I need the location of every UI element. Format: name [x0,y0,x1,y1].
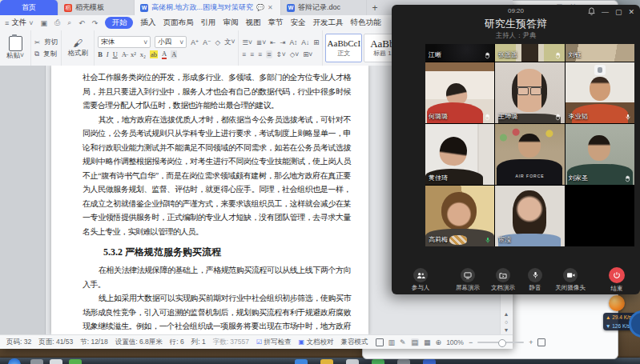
borders-icon[interactable]: ⊞˅ [303,50,312,58]
taskbar-icon[interactable] [320,359,333,364]
preview-icon[interactable]: ⌕ [67,18,71,27]
italic-button[interactable]: I [107,50,109,58]
maximize-icon[interactable]: ▢ [615,8,622,16]
taskbar-icon[interactable] [50,359,62,364]
menu-item-references[interactable]: 引用 [200,18,215,28]
zoom-in-icon[interactable]: + [529,338,533,346]
speed-ball-widget[interactable] [609,295,625,311]
taskbar-icon[interactable] [30,359,43,364]
mute-button[interactable]: 静音 [521,268,549,292]
cut-button[interactable]: ✂剪切 [34,36,58,48]
outline-view-icon[interactable]: ⊕ [436,338,442,346]
print-icon[interactable]: ⎙ [54,18,60,27]
strikethrough-icon[interactable]: A̶ [122,50,127,58]
highlight-color-button[interactable]: ab [150,50,158,58]
align-center-icon[interactable]: ≡ [250,50,254,58]
close-icon[interactable]: ✕ [628,8,634,16]
menu-item-page-layout[interactable]: 页面布局 [163,18,193,28]
screen-share-button[interactable]: 屏幕演示 [450,268,485,292]
video-tile[interactable]: 高莉梅 [425,186,494,246]
paste-button[interactable]: 粘贴˅ [0,30,31,66]
align-right-icon[interactable]: ≡ [258,50,262,58]
fit-page-icon[interactable] [537,338,545,346]
file-menu[interactable]: ≡文件˅ [5,18,34,28]
menu-item-features[interactable]: 特色功能 [350,18,380,28]
document-page[interactable]: 社会工作服务类岗位的开发，形成多行业、多领域、多部门的全方位专业人才格局，并且只… [51,66,368,334]
tab-template[interactable]: 稻 稻壳模板 [58,0,135,15]
menu-item-dev-tools[interactable]: 开发工具 [312,18,343,28]
video-tile[interactable]: 刘钰 [566,44,634,62]
font-name-select[interactable]: 宋体˅ [98,36,151,48]
web-view-icon[interactable]: ▦ [424,338,431,346]
redo-icon[interactable]: ↷ [92,19,99,27]
menu-item-insert[interactable]: 插入 [140,18,155,28]
video-tile[interactable]: 何璐璐 [425,62,494,123]
menu-item-review[interactable]: 审阅 [223,18,238,28]
bold-button[interactable]: B [98,50,103,58]
select-browse-icon[interactable]: ○ [505,319,508,325]
align-left-icon[interactable]: ≡ [242,50,246,58]
bullet-list-icon[interactable]: ☰˅ [242,38,252,46]
text-direction-icon[interactable]: A↕ [289,38,297,46]
start-button-icon[interactable] [8,358,21,364]
copy-button[interactable]: ⧉复制 [34,48,58,60]
phonetic-guide-icon[interactable]: 文˅ [224,38,235,47]
style-normal[interactable]: AaBbCcI正文 [325,34,362,62]
decrease-indent-icon[interactable]: ⇤ [270,38,276,46]
navigation-pane[interactable] [0,66,46,334]
video-tile[interactable]: 刘家圣 [566,124,634,185]
font-color-button[interactable]: A [162,50,167,59]
menu-item-section[interactable]: 章节 [268,18,283,28]
numbered-list-icon[interactable]: ≣˅ [256,38,266,46]
taskbar-icon[interactable] [346,359,359,364]
video-tile[interactable]: 黄佳琦 [425,124,494,185]
notification-bell-icon[interactable] [588,7,595,17]
menu-item-home[interactable]: 开始 [105,17,133,29]
participants-button[interactable]: 参与人 [403,268,438,292]
next-page-icon[interactable]: ▼ [504,327,509,333]
superscript-button[interactable]: x² [131,50,136,58]
video-tile[interactable]: AIR FORCE [495,124,564,185]
end-meeting-button[interactable]: 结束 [603,267,630,293]
format-painter-button[interactable]: 🖌 格式刷 [62,30,95,66]
table-icon[interactable]: ⊞ [313,38,319,46]
taskbar-icon[interactable] [69,359,82,364]
shading-icon[interactable]: ◇˅ [290,50,300,58]
close-tab-icon[interactable]: ✕ [268,4,273,11]
menu-item-view[interactable]: 视图 [245,18,260,28]
menu-item-security[interactable]: 安全 [290,18,305,28]
taskbar-icon[interactable] [423,359,436,364]
grow-font-icon[interactable]: A⁺ [191,38,199,46]
increase-indent-icon[interactable]: ⇥ [280,38,285,46]
shrink-font-icon[interactable]: A⁻ [203,38,211,46]
taskbar-icon[interactable] [372,359,384,364]
comment-icon[interactable]: 💬 [256,4,264,11]
clear-format-icon[interactable]: ◇ [215,38,220,46]
spell-check-toggle[interactable]: ☑ 拼写检查 [256,338,292,347]
doc-share-button[interactable]: 文档演示 [485,268,521,292]
previous-page-icon[interactable]: ▲ [504,311,509,317]
taskbar-icon[interactable] [397,359,410,364]
pen-icon[interactable]: ✎ [400,338,406,346]
line-spacing-icon[interactable]: ⇕˅ [276,50,286,58]
undo-icon[interactable]: ↶ [78,19,85,27]
tab-document-1[interactable]: W 高佬桐.地方政...困境与对策研究 💬 ✕ [135,0,281,15]
video-tile[interactable]: 张遥遥 [495,44,564,62]
new-tab-button[interactable]: + [367,0,383,15]
tab-document-2[interactable]: W 答辩记录.doc [281,0,367,15]
font-size-select[interactable]: 小四˅ [155,36,187,48]
minimize-icon[interactable]: — [602,8,609,16]
char-shading-button[interactable]: A [171,50,177,58]
subscript-button[interactable]: x₂ [140,50,146,58]
proofing-toggle[interactable]: ▣ 文档校对 [299,338,334,347]
zoom-slider-knob[interactable] [498,339,506,347]
justify-icon[interactable]: ≡ [266,50,272,58]
underline-button[interactable]: U [113,50,118,58]
tab-home[interactable]: 首页 [0,0,58,15]
taskbar-icon[interactable] [295,359,308,364]
two-page-view-icon[interactable]: ▥ [388,338,396,346]
video-tile[interactable]: 李业韬 [566,62,634,123]
video-tile[interactable]: 宦滢 [495,186,564,246]
zoom-out-icon[interactable]: − [469,338,473,346]
zoom-slider[interactable] [477,342,524,343]
